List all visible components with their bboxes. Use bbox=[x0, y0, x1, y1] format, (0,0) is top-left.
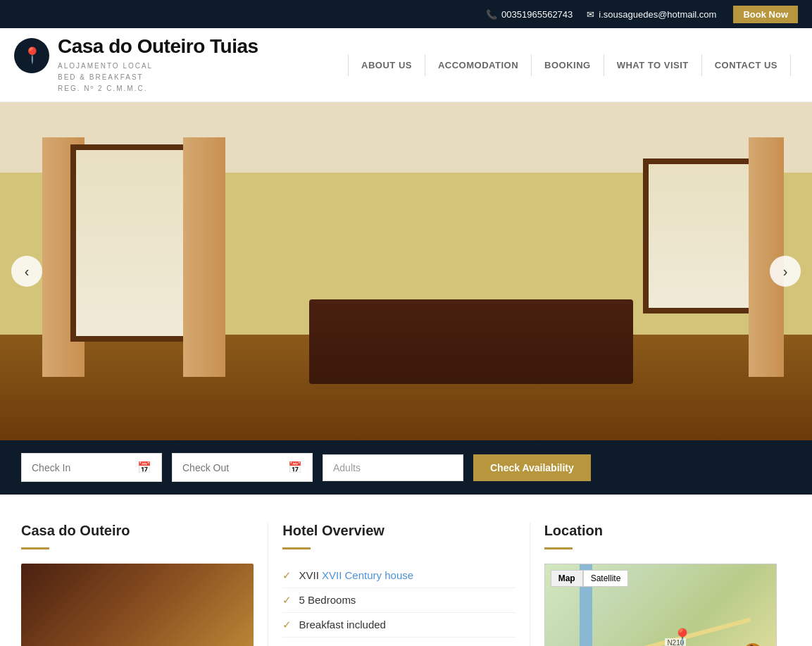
overview-item-2: ✓ 5 Bedrooms bbox=[282, 588, 515, 613]
dining-table bbox=[309, 299, 633, 384]
adults-field[interactable]: Adults 1 2 3 4 bbox=[323, 454, 463, 481]
subtitle-line2: BED & BREAKFAST bbox=[58, 72, 258, 83]
map-container: Map Satellite N210 📍 🚶 bbox=[544, 564, 777, 646]
hero-slider: ‹ › bbox=[0, 102, 812, 440]
content-section: Casa do Outeiro Hotel Overview ✓ XVII XV… bbox=[0, 495, 812, 646]
casa-thumbnail bbox=[21, 564, 254, 646]
check-availability-button[interactable]: Check Availability bbox=[473, 454, 591, 481]
book-now-button[interactable]: Book Now bbox=[733, 6, 798, 23]
site-header: 📍 Casa do Outeiro Tuias ALOJAMENTO LOCAL… bbox=[0, 28, 812, 102]
overview-item-1: ✓ XVII XVII Century house bbox=[282, 564, 515, 588]
email-info: ✉ i.sousaguedes@hotmail.com bbox=[587, 9, 716, 20]
window-right bbox=[643, 159, 756, 313]
checkin-input[interactable] bbox=[32, 462, 132, 473]
casa-title-underline bbox=[21, 547, 49, 549]
checkout-calendar-icon: 📅 bbox=[288, 461, 302, 474]
main-nav: ABOUT US ACCOMODATION BOOKING WHAT TO VI… bbox=[348, 54, 791, 76]
adults-select[interactable]: Adults 1 2 3 4 bbox=[333, 462, 453, 473]
site-subtitle: ALOJAMENTO LOCAL BED & BREAKFAST REG. Nº… bbox=[58, 61, 258, 94]
booking-bar: 📅 📅 Adults 1 2 3 4 Check Availability bbox=[0, 440, 812, 495]
overview-item-3: ✓ Breakfast included bbox=[282, 613, 515, 638]
slider-prev-button[interactable]: ‹ bbox=[11, 256, 42, 287]
checkout-input[interactable] bbox=[182, 462, 282, 473]
casa-col: Casa do Outeiro bbox=[21, 523, 268, 646]
slider-next-button[interactable]: › bbox=[770, 256, 801, 287]
subtitle-line1: ALOJAMENTO LOCAL bbox=[58, 61, 258, 72]
contact-info: 📞 00351965562743 ✉ i.sousaguedes@hotmail… bbox=[486, 9, 716, 20]
check-icon-3: ✓ bbox=[282, 619, 292, 631]
location-title-underline bbox=[544, 547, 573, 549]
window-left bbox=[70, 144, 197, 342]
century-house-link[interactable]: XVII Century house bbox=[322, 569, 413, 581]
location-col: Location Map Satellite N210 📍 🚶 bbox=[530, 523, 791, 646]
overview-title: Hotel Overview bbox=[282, 523, 515, 539]
map-controls: Map Satellite bbox=[551, 570, 629, 587]
nav-contact-us[interactable]: CONTACT US bbox=[702, 54, 791, 76]
phone-info: 📞 00351965562743 bbox=[486, 9, 573, 20]
overview-title-underline bbox=[282, 547, 311, 549]
overview-list: ✓ XVII XVII Century house ✓ 5 Bedrooms ✓… bbox=[282, 564, 515, 638]
site-title: Casa do Outeiro Tuias bbox=[58, 35, 258, 58]
overview-col: Hotel Overview ✓ XVII XVII Century house… bbox=[268, 523, 530, 646]
email-icon: ✉ bbox=[587, 9, 594, 20]
check-icon-2: ✓ bbox=[282, 594, 292, 606]
hero-image bbox=[0, 102, 812, 440]
nav-booking[interactable]: BOOKING bbox=[532, 54, 604, 76]
satellite-button[interactable]: Satellite bbox=[583, 570, 629, 587]
map-pin: 📍 bbox=[672, 628, 693, 646]
check-icon-1: ✓ bbox=[282, 569, 292, 581]
phone-number: 00351965562743 bbox=[501, 9, 573, 20]
curtain-right-l bbox=[183, 137, 225, 377]
checkin-calendar-icon: 📅 bbox=[137, 461, 151, 474]
email-address: i.sousaguedes@hotmail.com bbox=[599, 9, 716, 20]
top-bar: 📞 00351965562743 ✉ i.sousaguedes@hotmail… bbox=[0, 0, 812, 28]
checkout-field[interactable]: 📅 bbox=[172, 453, 313, 482]
checkin-field[interactable]: 📅 bbox=[21, 453, 162, 482]
nav-about-us[interactable]: ABOUT US bbox=[348, 54, 425, 76]
logo-area: 📍 Casa do Outeiro Tuias ALOJAMENTO LOCAL… bbox=[14, 35, 258, 94]
map-button[interactable]: Map bbox=[551, 570, 583, 587]
logo-text: Casa do Outeiro Tuias ALOJAMENTO LOCAL B… bbox=[58, 35, 258, 94]
location-title: Location bbox=[544, 523, 777, 539]
map-person-icon: 🚶 bbox=[744, 643, 762, 646]
subtitle-line3: REG. Nº 2 C.M.M.C. bbox=[58, 83, 258, 94]
nav-what-to-visit[interactable]: WHAT TO VISIT bbox=[604, 54, 702, 76]
nav-accomodation[interactable]: ACCOMODATION bbox=[425, 54, 532, 76]
logo-icon: 📍 bbox=[14, 38, 49, 73]
phone-icon: 📞 bbox=[486, 9, 497, 20]
casa-title: Casa do Outeiro bbox=[21, 523, 254, 539]
